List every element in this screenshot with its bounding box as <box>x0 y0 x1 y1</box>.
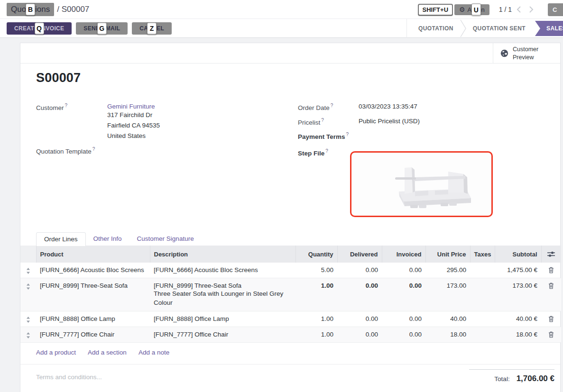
column-header-description[interactable]: Description <box>150 246 295 263</box>
customer-field-value[interactable]: Gemini Furniture 317 Fairchild Dr Fairfi… <box>107 103 160 141</box>
terms-and-conditions-input[interactable]: Terms and conditions... <box>36 369 102 383</box>
column-header-quantity[interactable]: Quantity <box>295 246 337 263</box>
table-row[interactable]: [FURN_8999] Three-Seat Sofa [FURN_8999] … <box>20 278 561 311</box>
sheet-footer: Terms and conditions... Total: 1,706.00 … <box>20 365 560 383</box>
description-line2: Three Seater Sofa with Lounger in Steel … <box>154 289 292 307</box>
cell-taxes[interactable] <box>470 327 495 343</box>
cell-unit-price[interactable]: 173.00 <box>425 278 470 311</box>
cell-unit-price[interactable]: 295.00 <box>425 263 470 278</box>
table-row[interactable]: [FURN_6666] Acoustic Bloc Screens [FURN_… <box>20 263 561 278</box>
trash-icon <box>548 316 554 322</box>
add-a-section-link[interactable]: Add a section <box>88 349 127 364</box>
cell-description[interactable]: [FURN_8888] Office Lamp <box>150 311 295 327</box>
add-a-product-link[interactable]: Add a product <box>36 349 76 364</box>
drag-handle[interactable] <box>20 263 36 278</box>
cell-product[interactable]: [FURN_8888] Office Lamp <box>36 311 150 327</box>
cell-subtotal: 18.00 € <box>495 327 541 343</box>
quotation-template-field-label: Quotation Template? <box>36 146 95 155</box>
cell-delivered[interactable]: 0.00 <box>337 263 382 278</box>
cell-unit-price[interactable]: 18.00 <box>425 327 470 343</box>
cell-delivered[interactable]: 0.00 <box>337 278 382 311</box>
cell-product[interactable]: [FURN_6666] Acoustic Bloc Screens <box>36 263 150 278</box>
drag-column-header <box>20 246 36 263</box>
send-email-button[interactable]: SEND EMAIL G <box>76 22 128 35</box>
column-header-taxes[interactable]: Taxes <box>470 246 495 263</box>
column-header-subtotal[interactable]: Subtotal <box>495 246 541 263</box>
breadcrumb-app[interactable]: Quotations B <box>7 3 54 16</box>
cell-quantity[interactable]: 1.00 <box>295 311 337 327</box>
pricelist-field-value[interactable]: Public Pricelist (USD) <box>359 118 420 125</box>
cell-quantity[interactable]: 1.00 <box>295 327 337 343</box>
drag-handle[interactable] <box>20 327 36 343</box>
drag-handle-icon <box>26 268 30 274</box>
column-header-product[interactable]: Product <box>36 246 150 263</box>
help-icon: ? <box>325 148 328 154</box>
cell-delivered[interactable]: 0.00 <box>337 311 382 327</box>
action-menu-button[interactable]: ⚙ Action U <box>454 4 489 15</box>
breadcrumb-current: / S00007 <box>57 5 89 14</box>
drag-handle-icon <box>26 283 30 290</box>
form-sheet: Customer Preview S00007 Customer? Gemini… <box>20 43 561 392</box>
cell-invoiced[interactable]: 0.00 <box>382 263 425 278</box>
stage-quotation[interactable]: QUOTATION <box>412 25 460 32</box>
drag-handle[interactable] <box>20 278 36 311</box>
step-file-preview[interactable] <box>350 151 493 217</box>
cell-invoiced[interactable]: 0.00 <box>382 311 425 327</box>
table-row[interactable]: [FURN_8888] Office Lamp [FURN_8888] Offi… <box>20 311 561 327</box>
pager-next-button[interactable] <box>529 6 541 13</box>
cell-description[interactable]: [FURN_7777] Office Chair <box>150 327 295 343</box>
order-date-field-value[interactable]: 03/03/2023 13:35:47 <box>359 103 417 110</box>
cell-quantity[interactable]: 1.00 <box>295 278 337 311</box>
cancel-button[interactable]: CANCEL Z <box>132 22 172 35</box>
description-line1: [FURN_8999] Three-Seat Sofa <box>154 282 292 289</box>
cell-quantity[interactable]: 5.00 <box>295 263 337 278</box>
stage-sales-order[interactable]: SALES ORDER <box>535 21 563 36</box>
tab-order-lines[interactable]: Order Lines <box>36 232 86 246</box>
drag-handle[interactable] <box>20 311 36 327</box>
payment-terms-field-value[interactable] <box>359 132 491 140</box>
total-label: Total: <box>494 375 509 383</box>
tab-other-info[interactable]: Other Info <box>86 232 129 246</box>
stage-quotation-sent[interactable]: QUOTATION SENT <box>466 25 532 32</box>
column-header-unit-price[interactable]: Unit Price <box>425 246 470 263</box>
tab-customer-signature[interactable]: Customer Signature <box>129 232 202 246</box>
customer-link[interactable]: Gemini Furniture <box>107 103 160 110</box>
cell-invoiced[interactable]: 0.00 <box>382 278 425 311</box>
cell-taxes[interactable] <box>470 263 495 278</box>
hotkey-hint-u: U <box>471 4 481 16</box>
customer-preview-button[interactable]: Customer Preview <box>493 43 560 64</box>
cell-product[interactable]: [FURN_7777] Office Chair <box>36 327 150 343</box>
control-bar: CREATE INVOICE Q SEND EMAIL G CANCEL Z Q… <box>0 19 563 38</box>
cell-description[interactable]: [FURN_6666] Acoustic Bloc Screens <box>150 263 295 278</box>
breadcrumb-record: S00007 <box>62 5 90 14</box>
help-icon: ? <box>346 132 349 137</box>
delete-row-button[interactable] <box>541 278 561 311</box>
delete-row-button[interactable] <box>541 327 561 343</box>
delete-row-button[interactable] <box>541 263 561 278</box>
tab-bar: Order Lines Other Info Customer Signatur… <box>20 233 560 246</box>
corner-button-label: C <box>553 6 557 13</box>
add-line-row: Add a product Add a section Add a note <box>20 343 560 365</box>
pager-previous-button[interactable] <box>517 6 529 13</box>
quotation-template-field-value[interactable] <box>107 146 249 155</box>
cell-taxes[interactable] <box>470 311 495 327</box>
cell-subtotal: 173.00 € <box>495 278 541 311</box>
cell-product[interactable]: [FURN_8999] Three-Seat Sofa <box>36 278 150 311</box>
cell-invoiced[interactable]: 0.00 <box>382 327 425 343</box>
cell-unit-price[interactable]: 40.00 <box>425 311 470 327</box>
optional-columns-button[interactable] <box>541 246 561 263</box>
delete-row-button[interactable] <box>541 311 561 327</box>
pager-counter: 1 / 1 <box>499 6 512 13</box>
add-a-note-link[interactable]: Add a note <box>138 349 169 364</box>
cell-description[interactable]: [FURN_8999] Three-Seat Sofa Three Seater… <box>150 278 295 311</box>
column-header-invoiced[interactable]: Invoiced <box>382 246 425 263</box>
address-line: 317 Fairchild Dr <box>107 110 160 120</box>
statusbar: QUOTATION QUOTATION SENT SALES ORDER <box>406 19 563 38</box>
table-row[interactable]: [FURN_7777] Office Chair [FURN_7777] Off… <box>20 327 561 343</box>
cell-taxes[interactable] <box>470 278 495 311</box>
cell-delivered[interactable]: 0.00 <box>337 327 382 343</box>
corner-button[interactable]: C <box>548 3 563 16</box>
hotkey-hint-b: B <box>26 3 35 15</box>
create-invoice-button[interactable]: CREATE INVOICE Q <box>7 22 72 35</box>
column-header-delivered[interactable]: Delivered <box>337 246 382 263</box>
